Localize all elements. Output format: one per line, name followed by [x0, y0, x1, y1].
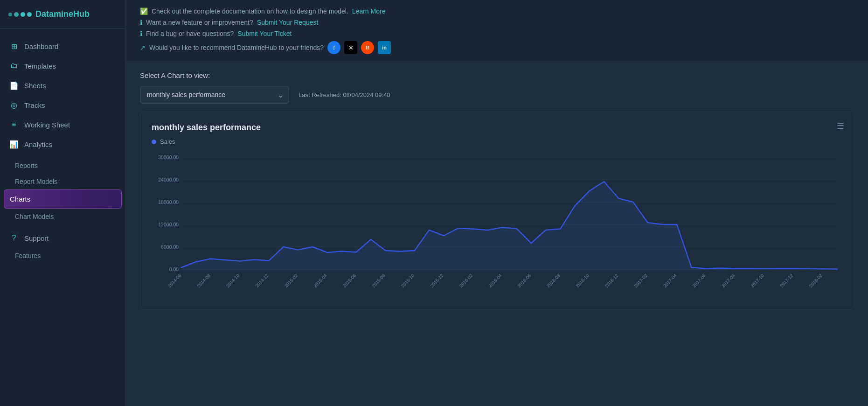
sidebar-item-chart-models[interactable]: Chart Models [0, 209, 125, 224]
sidebar-item-charts[interactable]: Charts [4, 189, 122, 209]
sidebar-item-templates[interactable]: 🗂 Templates [0, 56, 125, 76]
sidebar-item-working-sheet[interactable]: ≡ Working Sheet [0, 115, 125, 134]
chart-controls: monthly sales performance ⌄ Last Refresh… [140, 86, 854, 104]
svg-text:12000.00: 12000.00 [158, 222, 179, 227]
question-icon: ? [9, 233, 19, 243]
reddit-icon[interactable]: R [361, 41, 374, 54]
svg-text:2015-04: 2015-04 [312, 273, 328, 288]
svg-text:30000.00: 30000.00 [158, 154, 179, 160]
sidebar-item-dashboard[interactable]: ⊞ Dashboard [0, 36, 125, 56]
features-label: Features [15, 252, 41, 259]
sidebar-item-support[interactable]: ? Support [0, 228, 125, 248]
circle-dot-icon: ◎ [9, 100, 19, 110]
logo-dot-3 [21, 12, 25, 17]
svg-text:2014-10: 2014-10 [225, 273, 241, 288]
submit-ticket-link[interactable]: Submit Your Ticket [237, 30, 292, 37]
select-chart-label: Select A Chart to view: [140, 71, 854, 79]
svg-text:2017-04: 2017-04 [662, 273, 678, 288]
chart-area: Select A Chart to view: monthly sales pe… [126, 62, 868, 406]
chart-svg-wrapper: 0.006000.0012000.0018000.0024000.0030000… [148, 153, 846, 302]
chart-select-wrapper: monthly sales performance ⌄ [140, 86, 289, 104]
sidebar-item-sheets[interactable]: 📄 Sheets [0, 76, 125, 95]
legend-dot [152, 140, 156, 144]
svg-text:2015-10: 2015-10 [400, 273, 416, 288]
svg-text:2015-06: 2015-06 [342, 273, 357, 288]
sidebar-divider [0, 28, 125, 29]
legend-label: Sales [160, 138, 175, 145]
list-icon: ≡ [9, 120, 19, 129]
social-icons: f ✕ R in [327, 41, 391, 54]
facebook-icon[interactable]: f [327, 41, 340, 54]
logo-dot-4 [27, 12, 32, 17]
info-line-1: ✅ Check out the complete documentation o… [140, 7, 854, 15]
info-circle-icon-1: ℹ [140, 19, 142, 26]
svg-text:6000.00: 6000.00 [161, 244, 179, 250]
report-models-label: Report Models [15, 178, 57, 185]
top-info-section: ✅ Check out the complete documentation o… [126, 0, 868, 62]
svg-marker-35 [181, 182, 837, 269]
sidebar-item-analytics[interactable]: 📊 Analytics [0, 134, 125, 154]
sidebar: DatamineHub ⊞ Dashboard 🗂 Templates 📄 Sh… [0, 0, 126, 406]
info-line-2: ℹ Want a new feature or improvement? Sub… [140, 19, 854, 26]
svg-text:2015-02: 2015-02 [284, 273, 299, 289]
svg-text:0.00: 0.00 [169, 266, 179, 272]
sidebar-item-report-models[interactable]: Report Models [0, 174, 125, 189]
info-text-3: Find a bug or have questions? [146, 30, 234, 37]
charts-label: Charts [10, 195, 30, 203]
info-circle-icon-2: ℹ [140, 30, 142, 37]
chart-menu-icon[interactable]: ☰ [837, 121, 844, 131]
svg-text:2016-12: 2016-12 [604, 273, 619, 289]
check-circle-icon: ✅ [140, 7, 148, 15]
svg-text:2016-08: 2016-08 [546, 273, 561, 288]
x-icon[interactable]: ✕ [344, 41, 357, 54]
sidebar-item-reports[interactable]: Reports [0, 158, 125, 174]
sidebar-item-label: Dashboard [24, 42, 58, 50]
svg-text:2017-06: 2017-06 [692, 273, 707, 288]
main-content: ✅ Check out the complete documentation o… [126, 0, 868, 406]
svg-text:2015-12: 2015-12 [429, 273, 444, 289]
sidebar-item-label: Tracks [24, 101, 45, 109]
logo-dot-1 [8, 13, 12, 16]
logo-text: DatamineHub [35, 9, 90, 19]
sidebar-item-features[interactable]: Features [0, 248, 125, 264]
chart-select-dropdown[interactable]: monthly sales performance [140, 86, 289, 104]
svg-text:2016-10: 2016-10 [575, 273, 590, 288]
svg-text:2014-08: 2014-08 [196, 273, 211, 288]
sidebar-item-label: Working Sheet [24, 121, 70, 129]
reports-label: Reports [15, 162, 38, 169]
refresh-label: Last Refreshed: 08/04/2024 09:40 [299, 91, 390, 98]
info-text-2: Want a new feature or improvement? [146, 19, 253, 26]
logo-dots [8, 12, 32, 17]
sidebar-item-label: Sheets [24, 82, 46, 90]
info-text-4: Would you like to recommend DatamineHub … [149, 44, 324, 51]
svg-text:2016-04: 2016-04 [487, 273, 503, 288]
logo: DatamineHub [0, 0, 125, 28]
chart-title: monthly sales performance [148, 123, 846, 133]
svg-text:2016-06: 2016-06 [517, 273, 532, 288]
svg-text:2014-12: 2014-12 [254, 273, 270, 289]
svg-text:2017-08: 2017-08 [721, 273, 736, 288]
info-line-4: ↗ Would you like to recommend DatamineHu… [140, 41, 854, 54]
svg-text:18000.00: 18000.00 [158, 199, 179, 205]
sidebar-item-label: Analytics [24, 140, 52, 148]
sidebar-item-tracks[interactable]: ◎ Tracks [0, 95, 125, 115]
sidebar-item-label: Templates [24, 62, 56, 70]
svg-text:2017-10: 2017-10 [750, 273, 765, 288]
svg-text:24000.00: 24000.00 [158, 177, 179, 182]
svg-text:2015-08: 2015-08 [371, 273, 386, 288]
folder-icon: 🗂 [9, 61, 19, 70]
grid-icon: ⊞ [9, 42, 19, 51]
learn-more-link[interactable]: Learn More [352, 7, 386, 15]
chart-legend: Sales [148, 138, 846, 145]
share-icon: ↗ [140, 44, 146, 51]
svg-text:2017-02: 2017-02 [633, 273, 649, 289]
bar-chart-icon: 📊 [9, 140, 19, 149]
sidebar-nav: ⊞ Dashboard 🗂 Templates 📄 Sheets ◎ Track… [0, 33, 125, 406]
support-label: Support [24, 234, 49, 242]
svg-text:2018-02: 2018-02 [808, 273, 823, 289]
info-text-1: Check out the complete documentation on … [152, 7, 348, 15]
chart-models-label: Chart Models [15, 213, 54, 220]
submit-request-link[interactable]: Submit Your Request [257, 19, 319, 26]
linkedin-icon[interactable]: in [378, 41, 391, 54]
info-line-3: ℹ Find a bug or have questions? Submit Y… [140, 30, 854, 37]
